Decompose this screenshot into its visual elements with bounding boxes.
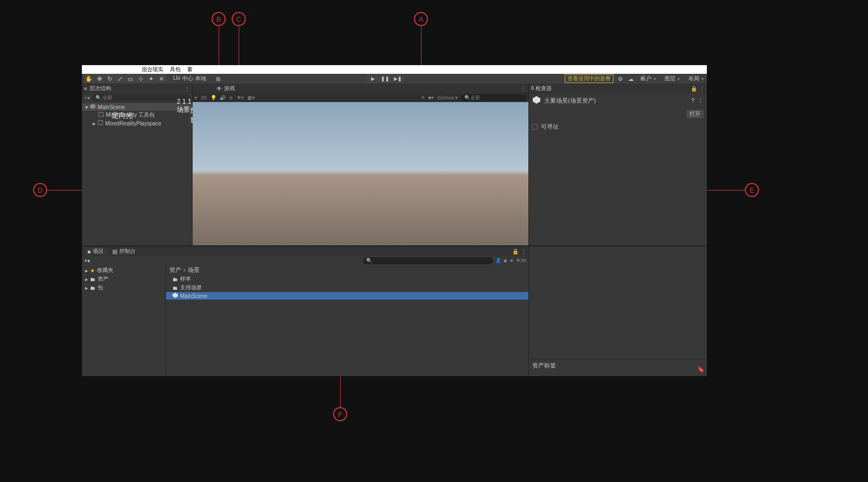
- preview-packages-label[interactable]: 查看使用中的套餐: [565, 74, 614, 83]
- layout-dropdown[interactable]: 布局: [685, 75, 707, 83]
- 2d-toggle[interactable]: 2D: [201, 95, 207, 100]
- hand-tool-icon[interactable]: ✋: [84, 74, 94, 83]
- hierarchy-search[interactable]: 🔍 全部: [92, 94, 190, 102]
- project-list[interactable]: 🖿 样本 🖿 支持场景 MainScene: [166, 275, 528, 375]
- lock-icon[interactable]: 🔒: [691, 86, 697, 92]
- bottom-row: ■ 项目 ▤ 控制台 🔒 ⋮ +▾ 🔍 👤 ◆ ★ 👁28: [82, 245, 707, 375]
- light-icon[interactable]: 💡: [210, 95, 216, 100]
- context-menu-icon[interactable]: ⋮: [184, 86, 190, 92]
- create-button[interactable]: +▾: [84, 258, 90, 264]
- tree-item[interactable]: ▸ 🖿 资产: [82, 275, 165, 283]
- open-button[interactable]: 打开: [686, 110, 704, 118]
- filter-icon[interactable]: 👤: [495, 258, 501, 263]
- fx-icon[interactable]: ※: [229, 95, 233, 100]
- custom-tool2-icon[interactable]: ✕: [156, 74, 166, 83]
- scene-root[interactable]: ▾ MainScene: [82, 103, 192, 111]
- item-label: 样本: [180, 275, 191, 283]
- annotation-c: C: [232, 12, 246, 26]
- scene-search[interactable]: 🔍 全部: [461, 94, 526, 102]
- hidden-count[interactable]: 👁28: [516, 258, 526, 263]
- unity-editor-window: 混合现实 具包 窗 ✋ ✥ ↻ ⤢ ▭ ⊹ ✦ ✕ Llo 中心 本地 ⊞ ▶ …: [82, 65, 707, 376]
- hidden-icon[interactable]: 👁0: [237, 95, 244, 100]
- tree-item[interactable]: ▸ 🖿 包: [82, 283, 165, 292]
- project-search[interactable]: 🔍: [363, 257, 493, 264]
- help-icon[interactable]: ?: [691, 97, 694, 104]
- asset-labels-section: 资产标签 🔖: [529, 359, 707, 375]
- play-controls: ▶ ❚❚ ▶❚: [367, 74, 404, 83]
- list-item[interactable]: MainScene: [166, 292, 528, 300]
- rotate-tool-icon[interactable]: ↻: [105, 74, 114, 83]
- scene-viewport[interactable]: [193, 102, 528, 245]
- console-icon: ▤: [112, 249, 117, 255]
- folder-icon: 🖿: [90, 285, 95, 291]
- inspector-body-lower: [529, 246, 707, 359]
- camera-icon[interactable]: ■▾: [429, 95, 434, 100]
- project-content: 资产 › 场景 🖿 样本 🖿 支持场景: [166, 265, 528, 375]
- foldout-icon[interactable]: ▸: [85, 268, 88, 274]
- step-button[interactable]: ▶❚: [392, 74, 404, 83]
- play-button[interactable]: ▶: [367, 74, 379, 83]
- transform-tool-icon[interactable]: ⊹: [136, 74, 145, 83]
- lock-icon[interactable]: 🔒: [512, 249, 519, 255]
- item-label: MixedReality 工具包: [106, 111, 155, 119]
- list-item[interactable]: 🖿 支持场景: [166, 283, 528, 292]
- filter-icon[interactable]: ★: [509, 258, 514, 263]
- services-icon[interactable]: ⚙: [616, 74, 624, 83]
- label-tag-icon[interactable]: 🔖: [697, 366, 705, 373]
- project-tree[interactable]: ▸ ★ 收藏夹 ▸ 🖿 资产 ▸ 🖿 包: [82, 265, 166, 375]
- list-item[interactable]: 🖿 样本: [166, 275, 528, 283]
- scene-toolbar: ▾ 2D 💡 🔊 ※ 👁0 ▦▾ ✕ ■▾ Gizmos ▾ 🔍 全部: [193, 93, 528, 102]
- hierarchy-item[interactable]: ▸ MixedRealityPlayspace: [82, 119, 192, 127]
- context-menu-icon[interactable]: ⋮: [699, 86, 705, 92]
- main-row: ≡ 层次结构 ⋮ +▾ 🔍 全部 ▾ MainScene: [82, 84, 707, 245]
- annotation-a: A: [414, 12, 428, 26]
- console-tab[interactable]: ▤ 控制台: [109, 248, 139, 255]
- foldout-icon[interactable]: ▾: [85, 104, 88, 110]
- pause-button[interactable]: ❚❚: [379, 74, 391, 83]
- annotation-line: [219, 26, 219, 66]
- project-tab[interactable]: ■ 项目: [84, 248, 107, 255]
- llo-label[interactable]: Llo: [173, 75, 180, 83]
- filter-icon[interactable]: ◆: [503, 258, 507, 263]
- titlebar: 混合现实 具包 窗: [82, 65, 707, 74]
- menu-item[interactable]: 窗: [187, 66, 193, 73]
- inspector-panel: 6 检查器 🔒 ⋮ 主要场景(场景资产) ? ⋮ 打开 可寻址: [528, 84, 707, 245]
- favorites-item[interactable]: ▸ ★ 收藏夹: [82, 266, 165, 275]
- layers-dropdown[interactable]: 图层: [661, 75, 683, 83]
- foldout-icon[interactable]: ▸: [85, 276, 88, 282]
- grid-icon[interactable]: ▦▾: [247, 95, 255, 100]
- audio-icon[interactable]: 🔊: [220, 95, 226, 100]
- tab-label: 项目: [93, 248, 104, 255]
- context-menu-icon[interactable]: ⋮: [521, 86, 526, 92]
- foldout-icon[interactable]: ▸: [93, 120, 95, 126]
- hierarchy-tree[interactable]: ▾ MainScene MixedReality 工具包 ▸: [82, 102, 192, 245]
- addressable-label: 可寻址: [541, 123, 559, 131]
- gizmos-dropdown[interactable]: Gizmos ▾: [437, 95, 458, 100]
- breadcrumb-item[interactable]: 资产: [169, 266, 181, 274]
- custom-tool-icon[interactable]: ✦: [146, 74, 156, 83]
- scale-tool-icon[interactable]: ⤢: [115, 74, 125, 83]
- foldout-icon[interactable]: ▸: [85, 285, 88, 291]
- breadcrumb-item[interactable]: 场景: [188, 266, 200, 274]
- checkbox[interactable]: [532, 124, 538, 130]
- hierarchy-item[interactable]: MixedReality 工具包: [82, 111, 192, 119]
- item-label: 包: [98, 284, 103, 291]
- context-menu-icon[interactable]: ⋮: [698, 97, 704, 104]
- cloud-icon[interactable]: ☁: [627, 74, 635, 83]
- menu-item[interactable]: 具包: [170, 66, 181, 73]
- pivot-button[interactable]: 中心: [182, 75, 193, 83]
- move-tool-icon[interactable]: ✥: [94, 74, 104, 83]
- pivot-controls: Llo 中心 本地: [173, 75, 206, 83]
- menu-item[interactable]: 混合现实: [142, 66, 163, 73]
- unity-icon: [173, 293, 178, 299]
- scene-tab[interactable]: 👁 游戏: [216, 85, 235, 92]
- local-button[interactable]: 本地: [195, 75, 206, 83]
- rect-tool-icon[interactable]: ▭: [125, 74, 135, 83]
- create-button[interactable]: +▾: [84, 95, 90, 101]
- folder-icon: 🖿: [173, 285, 178, 291]
- tools-icon[interactable]: ✕: [421, 95, 425, 100]
- shading-dropdown[interactable]: ▾: [195, 95, 197, 100]
- snap-icon[interactable]: ⊞: [216, 76, 220, 82]
- account-dropdown[interactable]: 帐户: [637, 75, 659, 83]
- context-menu-icon[interactable]: ⋮: [521, 249, 526, 255]
